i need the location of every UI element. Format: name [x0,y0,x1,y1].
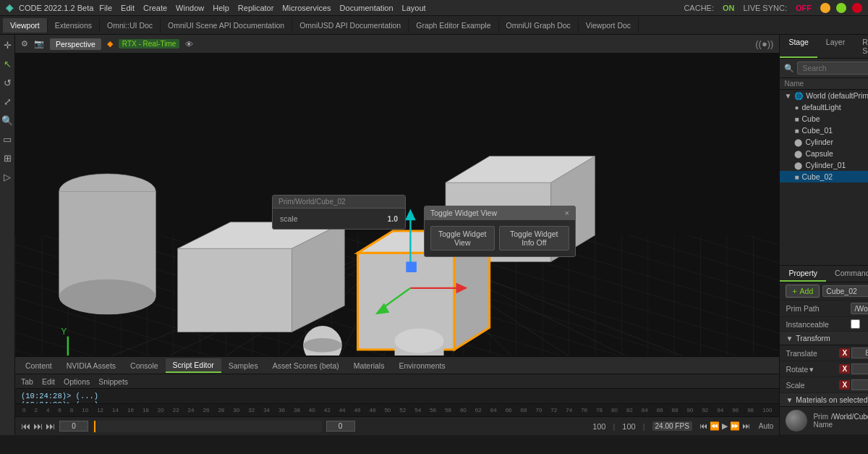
prop-tab-commands[interactable]: Commands [826,266,868,282]
search-input[interactable] [797,62,868,75]
materials-section[interactable]: ▼ Materials on selected models [780,393,868,407]
prim-path-input[interactable] [851,303,868,314]
eye-icon[interactable]: 👁 [185,40,193,49]
tool-snap[interactable]: ⊞ [0,151,14,165]
tab-script-editor[interactable]: Script Editor [166,358,221,373]
tab-viewport-doc[interactable]: Viewport Doc [579,18,639,33]
tool-zoom[interactable]: 🔍 [0,113,14,127]
scale-row: scale 1.0 [280,213,398,224]
timeline-playhead[interactable] [93,421,322,432]
se-menu-tab[interactable]: Tab [21,377,33,386]
tool-move[interactable]: ↖ [0,56,14,71]
scale-row: Scale X Y Z [780,377,868,393]
toggle-popup-close[interactable]: × [565,209,569,217]
rotate-x-input[interactable] [851,363,868,374]
tab-graph-editor[interactable]: Graph Editor Example [409,18,498,33]
cache-status: ON [723,4,735,12]
toggle-widget-popup: Toggle Widget View × Toggle Widget View … [424,206,576,257]
menu-edit[interactable]: Edit [121,4,135,12]
toggle-info-off-button[interactable]: Toggle Widget Info Off [499,226,569,251]
tab-materials[interactable]: Materials [346,359,392,372]
script-line-1: (10:24:28)> (...) [21,392,773,400]
loop-button[interactable]: 100 [592,422,605,431]
menu-layout[interactable]: Layout [402,4,426,12]
se-menu-snippets[interactable]: Snippets [98,377,128,386]
tab-scene-api[interactable]: OmniUI Scene API Documentation [161,18,292,33]
tab-environments[interactable]: Environments [391,359,452,372]
menu-file[interactable]: File [99,4,112,12]
stage-tab-stage[interactable]: Stage [780,35,817,58]
timeline-end-frame[interactable] [326,421,355,432]
tree-item-cube02[interactable]: ■ Cube_02 👁 Cube [780,171,868,182]
timeline-skip-end[interactable]: ⏭ [46,421,55,432]
tree-item-defaultlight[interactable]: ● defaultLight 👁 DistantLight [780,101,868,113]
tool-scale[interactable]: ⤢ [0,94,14,109]
menu-help[interactable]: Help [213,4,229,12]
materials-arrow: ▼ [786,396,793,404]
tab-samples[interactable]: Samples [221,359,265,372]
skip-fwd-btn[interactable]: ⏭ [742,421,750,431]
close-button[interactable] [852,3,862,13]
capsule-icon: ⬤ [794,150,802,158]
menu-replicator[interactable]: Replicator [238,4,274,12]
tree-item-world[interactable]: ▼ 🌐 World (defaultPrim) 👁 Xform [780,90,868,101]
play-btn[interactable]: ▶ [722,421,728,431]
prop-tab-property[interactable]: Property [780,266,826,282]
tree-item-cube01[interactable]: ■ Cube_01 👁 Cube [780,125,868,136]
stage-tabs: Stage Layer Render Settings Debug Settin… [780,35,868,59]
tree-item-cylinder[interactable]: ⬤ Cylinder 👁 Cylinder [780,136,868,148]
tab-usd-api[interactable]: OmniUSD API Documentation [292,18,409,33]
instanceable-checkbox[interactable] [851,319,860,329]
tab-viewport[interactable]: Viewport [3,18,48,33]
skip-back-btn[interactable]: ⏮ [699,421,707,431]
tick-98: 98 [743,407,758,413]
tab-content[interactable]: Content [18,359,59,372]
prim-name-input[interactable] [822,285,868,297]
tab-console[interactable]: Console [123,359,166,372]
toggle-view-button[interactable]: Toggle Widget View [430,226,495,251]
tick-20: 20 [153,407,169,413]
add-button[interactable]: + Add [786,285,820,298]
tab-nvidia-assets[interactable]: NVIDIA Assets [59,359,123,372]
se-menu-edit[interactable]: Edit [42,377,55,386]
tab-extensions[interactable]: Extensions [48,18,100,33]
settings-icon[interactable]: ⚙ [21,39,28,49]
tab-asset-scores[interactable]: Asset Scores (beta) [265,359,346,372]
tree-item-cylinder01[interactable]: ⬤ Cylinder_01 👁 Cylinder [780,159,868,171]
tab-omniui-graph[interactable]: OmniUI Graph Doc [499,18,579,33]
stage-tab-render[interactable]: Render Settings [854,35,868,58]
se-menu-options[interactable]: Options [64,377,90,386]
add-label: Add [800,287,814,295]
menu-window[interactable]: Window [176,4,204,12]
tick-44: 44 [335,407,350,413]
timeline-play[interactable]: ⏭ [33,421,43,432]
svg-text:X: X [93,354,98,356]
tree-item-cube[interactable]: ■ Cube 👁 Cube [780,113,868,125]
search-bar: 🔍 ⚡ [780,59,868,78]
tick-64: 64 [486,407,501,413]
tree-item-capsule[interactable]: ⬤ Capsule 👁 Capsule [780,148,868,159]
scale-x-input[interactable] [851,379,868,390]
script-content[interactable]: (10:24:28)> (...) (10:24:28)> (...) [15,389,779,403]
material-row: Prim /World/Cube_02 Name [780,407,868,435]
timeline-start-frame[interactable] [59,421,88,432]
viewport-canvas[interactable]: NVIDIA RTX A3000 Laptop GPU: 2.7 GiB use… [15,54,779,356]
stage-tab-layer[interactable]: Layer [817,35,854,58]
transform-section[interactable]: ▼ Transform [780,332,868,345]
minimize-button[interactable] [820,3,830,13]
timeline-skip-start[interactable]: ⏮ [21,421,30,432]
step-back-btn[interactable]: ⏪ [710,421,720,431]
perspective-tab[interactable]: Perspective [50,38,101,50]
menu-create[interactable]: Create [143,4,167,12]
tick-46: 46 [350,407,365,413]
tool-rotate[interactable]: ↺ [0,75,14,90]
tool-play[interactable]: ▷ [0,169,14,184]
tab-omniui-doc[interactable]: Omni::UI Doc [100,18,161,33]
step-fwd-btn[interactable]: ⏩ [730,421,740,431]
maximize-button[interactable] [836,3,846,13]
menu-microservices[interactable]: Microservices [282,4,331,12]
menu-documentation[interactable]: Documentation [340,4,393,12]
tool-rect[interactable]: ▭ [0,132,14,146]
translate-x-input[interactable] [851,348,868,358]
tool-select[interactable]: ✛ [0,38,14,52]
